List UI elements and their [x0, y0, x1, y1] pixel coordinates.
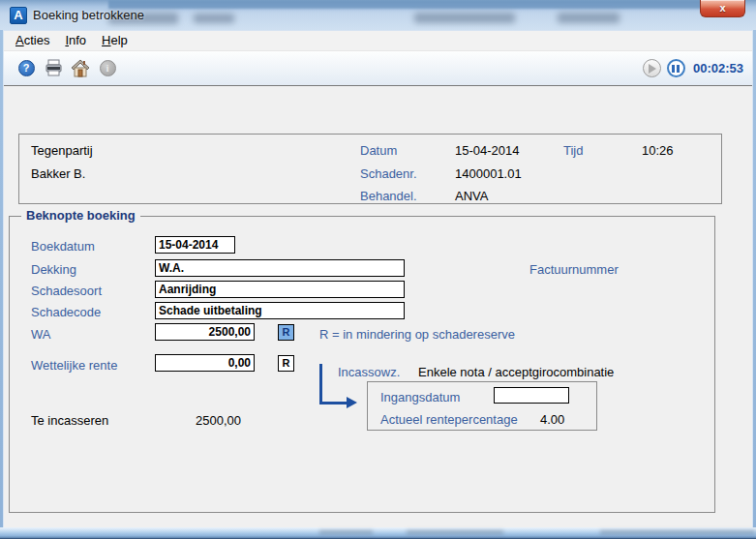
datum-value: 15-04-2014: [455, 143, 520, 158]
redacted-blur: [319, 530, 373, 534]
schadesoort-label: Schadesoort: [31, 284, 102, 298]
info-button-disabled: i: [98, 59, 117, 78]
schadecode-input[interactable]: [155, 302, 405, 319]
schadecode-label: Schadecode: [31, 305, 101, 319]
play-icon: [649, 64, 656, 74]
header-info-panel: Tegenpartij Bakker B. Datum 15-04-2014 T…: [18, 134, 722, 204]
datum-label: Datum: [360, 143, 397, 158]
redacted-blur: [407, 530, 503, 534]
info-icon: i: [100, 60, 116, 76]
print-button[interactable]: [44, 59, 63, 78]
toolbar-right: 00:02:53: [643, 59, 743, 77]
rente-reserve-button[interactable]: R: [278, 355, 294, 372]
boekdatum-label: Boekdatum: [31, 239, 95, 254]
ingangsdatum-input[interactable]: [494, 387, 569, 404]
toolbar: ? i: [4, 51, 752, 86]
content-area: Tegenpartij Bakker B. Datum 15-04-2014 T…: [4, 86, 752, 527]
printer-icon: [45, 59, 63, 77]
te-incasseren-label: Te incasseren: [31, 413, 108, 428]
wa-reserve-button[interactable]: R: [278, 324, 294, 341]
play-button[interactable]: [643, 59, 661, 77]
te-incasseren-value: 2500,00: [196, 413, 241, 428]
tijd-value: 10:26: [642, 143, 674, 158]
help-icon: ?: [18, 60, 35, 76]
redacted-blur: [414, 13, 515, 23]
rente-pct-value: 4.00: [540, 412, 564, 427]
group-title: Beknopte boeking: [21, 208, 140, 223]
wa-amount-input[interactable]: [155, 323, 255, 341]
close-button[interactable]: x: [700, 0, 745, 17]
help-button[interactable]: ?: [16, 59, 36, 78]
session-timer: 00:02:53: [693, 61, 743, 75]
menu-bar: Acties Info Help: [4, 31, 752, 51]
flow-arrow-head-icon: [347, 397, 357, 408]
flow-arrow-vertical: [319, 364, 322, 404]
pause-button[interactable]: [667, 59, 685, 77]
tijd-label: Tijd: [563, 143, 583, 158]
menu-info[interactable]: Info: [57, 31, 94, 50]
beknopte-boeking-group: Beknopte boeking Boekdatum Dekking Factu…: [9, 216, 715, 513]
dialog-window: A Boeking betrokkene x Acties Info Help …: [0, 0, 756, 539]
redacted-blur: [600, 530, 755, 534]
behandel-label: Behandel.: [360, 189, 417, 203]
behandel-value: ANVA: [455, 189, 488, 203]
rente-pct-label: Actueel rentepercentage: [380, 412, 518, 427]
dekking-label: Dekking: [31, 262, 76, 277]
schadenr-value: 1400001.01: [455, 166, 522, 181]
pause-icon: [672, 65, 675, 73]
redacted-blur: [558, 13, 620, 23]
window-title: Boeking betrokkene: [33, 8, 144, 22]
home-icon: [71, 59, 90, 77]
title-bar[interactable]: A Boeking betrokkene x: [0, 0, 756, 30]
schadesoort-input[interactable]: [155, 281, 405, 298]
rente-detail-box: Ingangsdatum Actueel rentepercentage 4.0…: [367, 381, 597, 431]
wettelijke-rente-input[interactable]: [155, 354, 255, 372]
menu-help[interactable]: Help: [94, 31, 136, 50]
wa-label: WA: [31, 327, 50, 342]
ingangsdatum-label: Ingangsdatum: [380, 390, 460, 404]
party-name: Bakker B.: [31, 166, 85, 181]
incassowz-value: Enkele nota / acceptgirocombinatie: [418, 365, 614, 379]
window-body: Acties Info Help ?: [3, 30, 753, 527]
schadenr-label: Schadenr.: [360, 166, 417, 181]
menu-acties[interactable]: Acties: [8, 31, 57, 50]
window-bottom-border: [0, 527, 756, 539]
incassowz-label: Incassowz.: [338, 365, 400, 379]
background-window-artifact: [108, 0, 704, 9]
factuurnummer-label: Factuurnummer: [529, 262, 619, 277]
home-button[interactable]: [71, 59, 90, 78]
reserve-note: R = in mindering op schadereserve: [319, 327, 515, 342]
wettelijke-rente-label: Wettelijke rente: [31, 358, 117, 373]
dekking-input[interactable]: [155, 259, 405, 277]
redacted-blur: [194, 14, 234, 23]
boekdatum-input[interactable]: [155, 236, 235, 254]
party-label: Tegenpartij: [31, 143, 93, 158]
flow-arrow-horizontal: [319, 402, 347, 404]
app-icon: A: [10, 7, 27, 24]
